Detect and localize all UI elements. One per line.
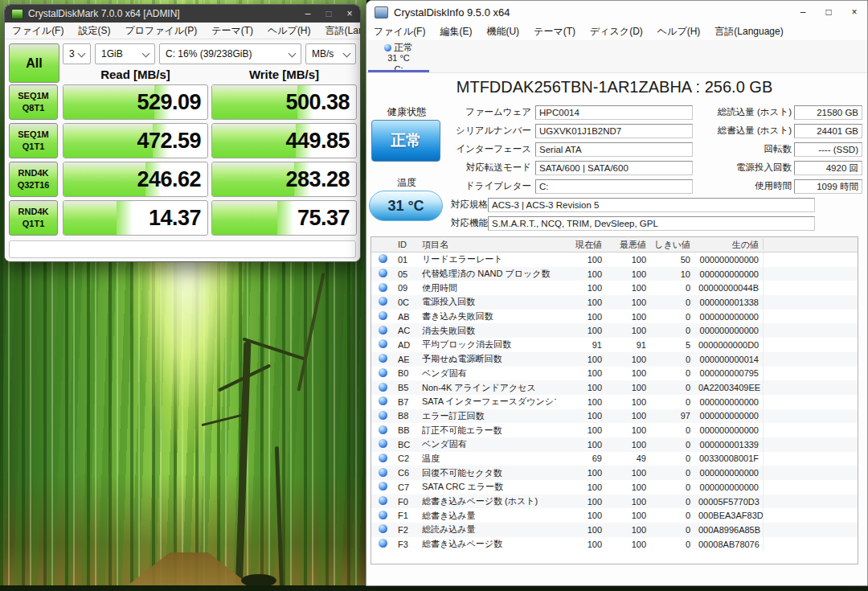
read-result-cell[interactable]: 472.59: [63, 123, 208, 158]
attribute-worst: 100: [606, 355, 650, 364]
cdi-menu-language[interactable]: 言語(Language): [707, 25, 790, 39]
disk-tab-c[interactable]: 正常 31 °C C:: [368, 40, 429, 72]
cdm-menu-language[interactable]: 言語(Language): [318, 24, 361, 38]
attribute-id: 01: [394, 255, 418, 265]
close-icon[interactable]: ×: [339, 5, 360, 23]
attribute-current: 100: [556, 269, 606, 279]
temperature-button[interactable]: 31 °C: [369, 191, 443, 221]
write-result-cell[interactable]: 449.85: [211, 123, 357, 158]
attribute-threshold: 0: [650, 383, 694, 392]
attribute-raw: 00330008001F: [694, 454, 763, 463]
attribute-worst: 100: [606, 525, 650, 535]
close-icon[interactable]: ×: [841, 1, 867, 23]
minimize-icon[interactable]: –: [790, 1, 816, 23]
health-status-button[interactable]: 正常: [371, 120, 440, 162]
attribute-name: 書き込み失敗回数: [418, 310, 556, 322]
attribute-current: 100: [556, 383, 606, 392]
attribute-current: 100: [556, 298, 606, 307]
test-type-button[interactable]: RND4K Q1T1: [9, 200, 58, 236]
attribute-current: 100: [556, 440, 606, 449]
info-field-row: インターフェース Serial ATA: [451, 142, 693, 157]
chevron-down-icon: [343, 49, 351, 57]
tree-branch: [297, 273, 325, 392]
test-type-button[interactable]: SEQ1M Q1T1: [9, 123, 58, 158]
attribute-current: 100: [556, 368, 606, 378]
attribute-current: 100: [556, 326, 606, 335]
attribute-raw: 0A22003409EE: [694, 383, 763, 392]
attribute-raw: 000000000000: [694, 425, 763, 435]
test-type-button[interactable]: RND4K Q32T16: [9, 162, 58, 197]
smart-attribute-row: AC 消去失敗回数 100 100 0 000000000000: [371, 323, 858, 338]
attribute-health-dot-icon: [379, 396, 387, 405]
chevron-down-icon: [142, 49, 150, 57]
cdi-menu-help[interactable]: ヘルプ(H): [650, 25, 708, 39]
cdm-titlebar[interactable]: CrystalDiskMark 7.0.0 x64 [ADMIN] – □ ×: [5, 5, 360, 23]
cdi-menu-function[interactable]: 機能(U): [479, 25, 526, 39]
attribute-health-dot-icon: [379, 311, 387, 320]
maximize-icon[interactable]: □: [318, 5, 339, 23]
test-type-label: RND4K: [18, 206, 49, 218]
attribute-current: 100: [556, 497, 606, 507]
attribute-threshold: 97: [650, 411, 694, 421]
attribute-name: 使用時間: [418, 282, 556, 294]
attribute-current: 100: [556, 482, 606, 492]
read-bar-fade: [117, 201, 133, 235]
test-type-button[interactable]: SEQ1M Q8T1: [9, 84, 58, 120]
tree-silhouette: [275, 446, 284, 591]
write-result-cell[interactable]: 500.38: [211, 84, 357, 120]
read-result-cell[interactable]: 246.62: [63, 162, 208, 197]
smart-attribute-row: BC ベンダ固有 100 100 0 000000001339: [371, 437, 858, 452]
cdm-menu-file[interactable]: ファイル(F): [5, 24, 71, 38]
cdm-menu-help[interactable]: ヘルプ(H): [260, 24, 318, 38]
run-all-button[interactable]: All: [9, 43, 59, 83]
write-value: 449.85: [285, 129, 350, 154]
cdi-menu-file[interactable]: ファイル(F): [366, 25, 432, 39]
read-bar-fill: [63, 201, 117, 235]
attribute-threshold: 0: [650, 355, 694, 364]
field-label: インターフェース: [451, 143, 531, 155]
write-value: 500.38: [285, 90, 350, 115]
attribute-health-dot-icon: [379, 425, 387, 434]
attribute-worst: 100: [606, 326, 650, 335]
read-column-header: Read [MB/s]: [63, 68, 208, 81]
write-bar-fill: [212, 85, 297, 119]
attribute-worst: 100: [606, 425, 650, 435]
read-value: 246.62: [137, 167, 201, 192]
attribute-health-dot-icon: [379, 326, 387, 334]
cdi-titlebar[interactable]: CrystalDiskInfo 9.5.0 x64 – □ ×: [366, 1, 867, 23]
write-result-cell[interactable]: 283.28: [211, 162, 357, 197]
attribute-name: 予期せぬ電源断回数: [418, 353, 556, 365]
attribute-worst: 100: [606, 511, 650, 520]
attribute-current: 100: [556, 397, 606, 407]
cdi-menu-theme[interactable]: テーマ(T): [526, 25, 583, 39]
maximize-icon[interactable]: □: [816, 1, 841, 23]
minimize-icon[interactable]: –: [297, 5, 318, 23]
target-drive-select[interactable]: C: 16% (39/238GiB): [159, 43, 301, 64]
test-size-select[interactable]: 1GiB: [95, 43, 155, 64]
unit-select[interactable]: MB/s: [305, 43, 356, 64]
cdm-menu-profile[interactable]: プロファイル(P): [117, 24, 204, 38]
attribute-current: 91: [556, 340, 606, 350]
cdi-menu-disk[interactable]: ディスク(D): [583, 25, 650, 39]
read-result-cell[interactable]: 14.37: [63, 200, 208, 236]
cdm-menu-theme[interactable]: テーマ(T): [204, 24, 260, 38]
read-result-cell[interactable]: 529.09: [63, 84, 208, 120]
attribute-name: 代替処理済の NAND ブロック数: [418, 268, 556, 280]
attribute-name: 消去失敗回数: [418, 325, 556, 337]
attribute-health-dot-icon: [379, 383, 387, 392]
write-result-cell[interactable]: 75.37: [211, 200, 357, 236]
test-count-select[interactable]: 3: [63, 43, 91, 64]
attribute-current: 100: [556, 540, 606, 549]
smart-attribute-row: F2 総読み込み量 100 100 0 000A8996A85B: [371, 523, 858, 537]
attribute-raw: 000000001338: [694, 298, 763, 307]
attribute-raw: 000000000000: [694, 269, 763, 279]
attribute-threshold: 0: [650, 525, 694, 535]
cdm-menu-settings[interactable]: 設定(S): [71, 24, 117, 38]
info-field-row: 対応転送モード SATA/600 | SATA/600: [451, 160, 693, 175]
attribute-name: Non-4K アラインドアクセス: [418, 382, 556, 394]
field-value: UGXVK01J1B2ND7: [535, 124, 693, 138]
smart-attribute-row: B0 ベンダ固有 100 100 0 000000000795: [371, 367, 858, 381]
col-id: ID: [394, 240, 418, 249]
cdi-menu-edit[interactable]: 編集(E): [432, 25, 479, 39]
attribute-worst: 100: [606, 411, 650, 421]
